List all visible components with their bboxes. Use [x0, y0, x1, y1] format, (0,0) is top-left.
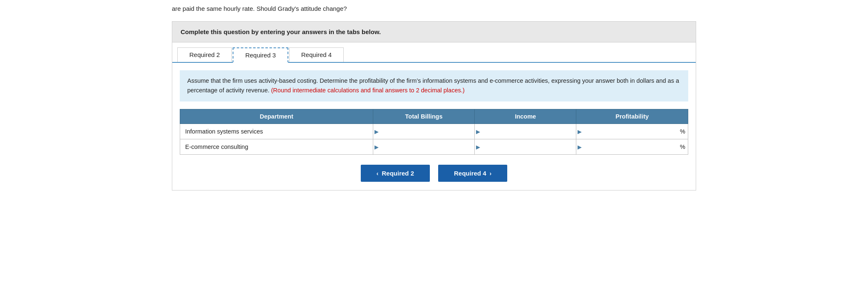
tab-content: Assume that the firm uses activity-based…	[172, 63, 696, 191]
tab-required3[interactable]: Required 3	[233, 47, 288, 63]
tab-required2[interactable]: Required 2	[177, 47, 232, 62]
prev-button[interactable]: ‹ Required 2	[361, 165, 430, 182]
profitability-input-1[interactable]	[583, 124, 677, 139]
dept-label-2: E-commerce consulting	[180, 139, 373, 155]
arrow-billings-1: ▶	[373, 129, 380, 135]
arrow-profit-2: ▶	[576, 144, 583, 150]
billings-cell-2: ▶	[373, 139, 474, 155]
col-header-department: Department	[180, 109, 373, 124]
percent-sign-1: %	[677, 128, 688, 135]
description-red: (Round intermediate calculations and fin…	[271, 87, 465, 94]
profitability-cell-1: ▶ %	[576, 124, 688, 139]
next-icon: ›	[490, 170, 492, 177]
col-header-profitability: Profitability	[576, 109, 688, 124]
top-text: are paid the same hourly rate. Should Gr…	[172, 4, 696, 14]
income-cell-1: ▶	[475, 124, 576, 139]
income-input-2[interactable]	[482, 139, 576, 154]
instruction-text: Complete this question by entering your …	[181, 28, 381, 35]
col-header-billings: Total Billings	[373, 109, 474, 124]
prev-label: Required 2	[382, 170, 414, 177]
arrow-billings-2: ▶	[373, 144, 380, 150]
profitability-input-2[interactable]	[583, 139, 677, 154]
table-row: Information systems services ▶ ▶	[180, 124, 688, 139]
arrow-income-2: ▶	[475, 144, 482, 150]
next-button[interactable]: Required 4 ›	[438, 165, 507, 182]
next-label: Required 4	[454, 170, 486, 177]
description-box: Assume that the firm uses activity-based…	[180, 70, 688, 102]
profitability-cell-2: ▶ %	[576, 139, 688, 155]
billings-input-2[interactable]	[380, 139, 474, 154]
percent-sign-2: %	[677, 144, 688, 150]
dept-label-1: Information systems services	[180, 124, 373, 139]
income-input-1[interactable]	[482, 124, 576, 139]
arrow-income-1: ▶	[475, 129, 482, 135]
tabs-container: Required 2 Required 3 Required 4 Assume …	[172, 42, 696, 191]
buttons-row: ‹ Required 2 Required 4 ›	[180, 165, 688, 190]
col-header-income: Income	[475, 109, 576, 124]
income-cell-2: ▶	[475, 139, 576, 155]
instruction-box: Complete this question by entering your …	[172, 21, 696, 42]
arrow-profit-1: ▶	[576, 129, 583, 135]
prev-icon: ‹	[377, 170, 379, 177]
tab-required4[interactable]: Required 4	[289, 47, 344, 62]
data-table: Department Total Billings Income Profita…	[180, 109, 688, 155]
tabs-row: Required 2 Required 3 Required 4	[172, 47, 696, 63]
table-row: E-commerce consulting ▶ ▶	[180, 139, 688, 155]
billings-cell-1: ▶	[373, 124, 474, 139]
billings-input-1[interactable]	[380, 124, 474, 139]
